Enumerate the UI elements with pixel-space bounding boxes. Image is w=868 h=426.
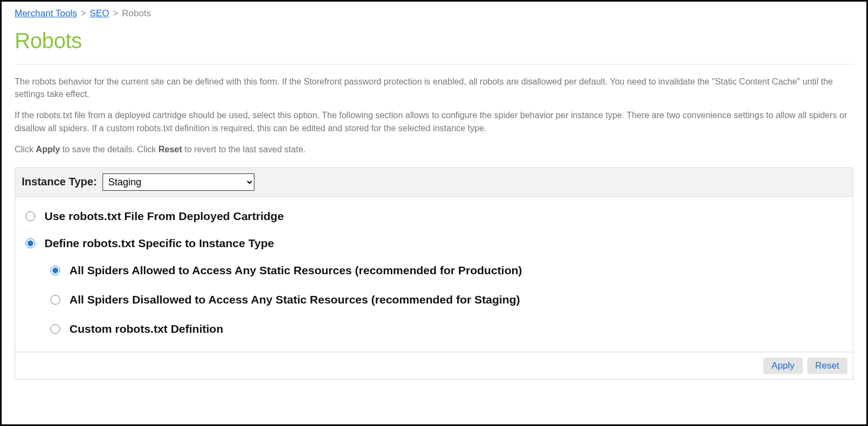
settings-panel: Instance Type: Staging Use robots.txt Fi… (15, 167, 853, 380)
panel-header: Instance Type: Staging (15, 168, 853, 197)
intro-text-pre: Click (15, 145, 36, 154)
radio-define-specific-label: Define robots.txt Specific to Instance T… (44, 237, 274, 250)
radio-custom-label: Custom robots.txt Definition (69, 322, 223, 335)
radio-use-cartridge[interactable] (25, 211, 35, 221)
intro-paragraph-3: Click Apply to save the details. Click R… (15, 143, 853, 156)
radio-define-specific-row: Define robots.txt Specific to Instance T… (23, 237, 845, 250)
sub-options: All Spiders Allowed to Access Any Static… (48, 264, 845, 335)
reset-button[interactable]: Reset (807, 358, 847, 374)
radio-allow-all[interactable] (50, 266, 60, 275)
radio-disallow-all-row: All Spiders Disallowed to Access Any Sta… (48, 293, 845, 306)
intro-paragraph-1: The robots behavior for the current site… (15, 75, 853, 100)
breadcrumb-separator: > (113, 8, 118, 18)
breadcrumb-link-merchant-tools[interactable]: Merchant Tools (15, 8, 77, 18)
apply-button[interactable]: Apply (763, 358, 803, 374)
radio-custom[interactable] (50, 324, 60, 334)
intro-reset-strong: Reset (158, 145, 182, 154)
intro-apply-strong: Apply (36, 145, 60, 154)
intro-text: The robots behavior for the current site… (15, 75, 853, 156)
breadcrumb-separator: > (81, 8, 86, 18)
page-title: Robots (15, 29, 853, 53)
radio-custom-row: Custom robots.txt Definition (48, 322, 845, 335)
radio-allow-all-label: All Spiders Allowed to Access Any Static… (69, 264, 522, 277)
intro-text-post: to revert to the last saved state. (182, 145, 306, 154)
radio-use-cartridge-row: Use robots.txt File From Deployed Cartri… (23, 210, 845, 223)
panel-footer: Apply Reset (15, 352, 853, 379)
radio-disallow-all-label: All Spiders Disallowed to Access Any Sta… (69, 293, 520, 306)
breadcrumb: Merchant Tools > SEO > Robots (15, 8, 853, 19)
breadcrumb-link-seo[interactable]: SEO (90, 8, 109, 18)
radio-use-cartridge-label: Use robots.txt File From Deployed Cartri… (44, 210, 284, 223)
radio-define-specific[interactable] (25, 238, 35, 248)
instance-type-select[interactable]: Staging (103, 173, 254, 191)
breadcrumb-current: Robots (122, 8, 151, 18)
page-frame: Merchant Tools > SEO > Robots Robots The… (0, 0, 868, 426)
intro-text-mid: to save the details. Click (60, 145, 158, 154)
radio-disallow-all[interactable] (50, 295, 60, 305)
divider (15, 64, 853, 64)
radio-allow-all-row: All Spiders Allowed to Access Any Static… (48, 264, 845, 277)
intro-paragraph-2: If the robots.txt file from a deployed c… (15, 109, 853, 134)
panel-body: Use robots.txt File From Deployed Cartri… (15, 197, 853, 352)
instance-type-label: Instance Type: (22, 176, 97, 188)
